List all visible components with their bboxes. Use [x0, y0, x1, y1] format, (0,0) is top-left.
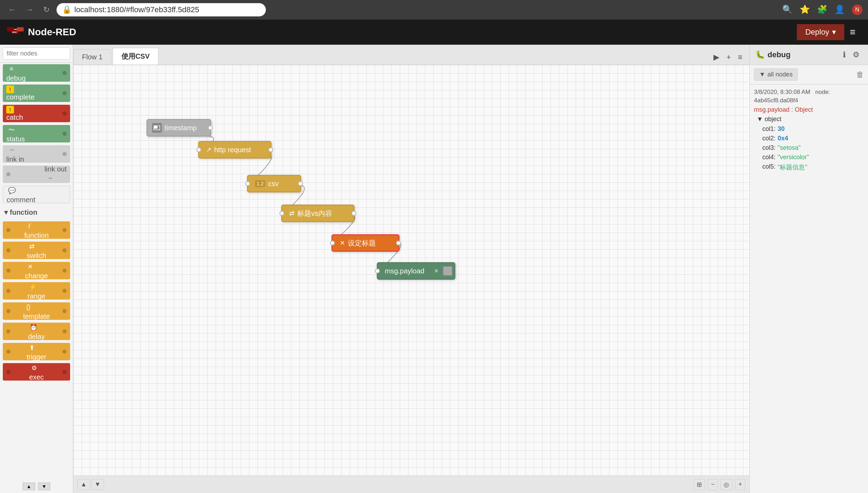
flow-node-title-vs-content[interactable]: ⇄ 标题vs内容 — [281, 205, 354, 222]
change-node-icon: ✕ — [25, 262, 36, 272]
account-icon[interactable]: N — [852, 5, 862, 15]
forward-button[interactable]: → — [23, 4, 36, 16]
function-right-port — [62, 228, 67, 232]
debug-prop-value: "versicolor" — [778, 154, 809, 161]
sidebar-item-status[interactable]: 〜 status — [3, 125, 70, 142]
debug-info-btn[interactable]: ℹ — [840, 49, 848, 61]
trigger-left-port — [6, 349, 10, 354]
sidebar-item-delay[interactable]: ⏰ delay — [3, 323, 70, 340]
deploy-button[interactable]: Deploy ▾ — [797, 24, 844, 40]
browser-icons: 🔍 ⭐ 🧩 👤 N — [782, 5, 862, 15]
nr-logo-svg — [7, 26, 24, 38]
catch-node-label: catch — [6, 113, 23, 121]
sidebar-item-comment[interactable]: 💬 comment — [3, 186, 70, 203]
sidebar-item-catch[interactable]: ! catch — [3, 105, 70, 122]
tab-flow1[interactable]: Flow 1 — [73, 49, 111, 65]
filter-nodes-input[interactable] — [3, 47, 70, 60]
canvas-scroll-up[interactable]: ▲ — [77, 479, 90, 490]
st-right-port — [396, 241, 401, 245]
tab-bar: Flow 1 使用CSV ▶ + ≡ — [73, 45, 749, 65]
address-bar[interactable]: 🔒 localhost:1880/#flow/97eb33ff.5d825 — [57, 3, 266, 16]
debug-prop: col5:"标题信息" — [754, 162, 864, 172]
csv-badge: 1.2 — [255, 180, 265, 187]
sidebar-item-change[interactable]: ✕ change — [3, 262, 70, 279]
http-node-label: http request — [214, 146, 251, 154]
sidebar-scroll-down[interactable]: ▼ — [38, 483, 51, 490]
menu-button[interactable]: ≡ — [844, 27, 861, 38]
range-left-port — [6, 289, 10, 293]
canvas-grid-btn[interactable]: ⊞ — [694, 479, 705, 490]
bookmark-icon[interactable]: ⭐ — [800, 5, 810, 15]
complete-node-icon: ! — [6, 86, 14, 93]
flow-node-timestamp[interactable]: timestamp — [147, 119, 211, 137]
canvas-area[interactable]: timestamp ↗ http request 1.2 csv — [73, 65, 749, 493]
flow-node-csv[interactable]: 1.2 csv — [247, 175, 301, 192]
comment-node-icon: 💬 — [7, 185, 17, 196]
debug-node-id: 4ab45cf8.da08f4 — [754, 97, 864, 104]
change-node-label: change — [25, 272, 48, 280]
st-node-label: 设定标题 — [348, 238, 376, 248]
function-node-label: function — [24, 231, 48, 239]
sidebar-item-complete[interactable]: ! complete — [3, 84, 70, 102]
sidebar-item-link-in[interactable]: → link in — [3, 145, 70, 163]
tab-csv[interactable]: 使用CSV — [113, 48, 158, 65]
main-layout: ≡ debug ! complete ! catch 〜 status — [0, 45, 868, 493]
canvas-zoom-out[interactable]: − — [708, 479, 718, 490]
canvas-zoom-in[interactable]: + — [735, 479, 745, 490]
mp-node-icon: ≡ — [435, 268, 438, 274]
tab-play-button[interactable]: ▶ — [711, 51, 722, 63]
complete-right-port — [62, 91, 67, 95]
function-section-chevron: ▾ — [4, 208, 8, 216]
link-out-left-port — [6, 172, 10, 176]
refresh-button[interactable]: ↻ — [40, 4, 52, 16]
tab-list-button[interactable]: ≡ — [735, 51, 745, 63]
logo-text: Node-RED — [28, 27, 76, 38]
canvas-scroll-down[interactable]: ▼ — [91, 479, 104, 490]
sidebar-item-exec[interactable]: ⚙ exec — [3, 363, 70, 381]
filter-icon: ▼ — [759, 71, 765, 78]
function-section-header[interactable]: ▾ function — [0, 205, 73, 220]
flow-node-http-request[interactable]: ↗ http request — [198, 141, 271, 159]
debug-prop-value: "setosa" — [778, 144, 801, 152]
right-panel-header: 🐛 debug ℹ ⚙ — [750, 45, 868, 65]
debug-panel-icon: 🐛 — [755, 50, 765, 59]
catch-right-port — [62, 111, 67, 116]
delay-node-label: delay — [28, 333, 45, 340]
sidebar-item-range[interactable]: ⚡ range — [3, 282, 70, 300]
tab-add-button[interactable]: + — [724, 51, 734, 63]
profile-icon[interactable]: 👤 — [835, 5, 845, 15]
sidebar-scroll-up[interactable]: ▲ — [23, 483, 35, 490]
scroll-arrows-container: ▲ ▼ — [77, 479, 104, 490]
right-panel: 🐛 debug ℹ ⚙ ▼ all nodes 🗑 3/8/2020, 8:30… — [749, 45, 868, 493]
debug-prop: col4:"versicolor" — [754, 153, 864, 162]
sidebar-item-function[interactable]: ƒ function — [3, 221, 70, 239]
canvas-fit-btn[interactable]: ◎ — [720, 479, 732, 490]
debug-prop-key: col2: — [762, 135, 776, 142]
debug-prop: col1:30 — [754, 124, 864, 134]
extension-icon[interactable]: 🧩 — [817, 5, 828, 15]
mp-toggle[interactable] — [443, 266, 452, 276]
sidebar-item-template[interactable]: {} template — [3, 302, 70, 320]
tvc-node-icon: ⇄ — [289, 209, 294, 217]
flow-node-set-title[interactable]: ✕ 设定标题 — [331, 234, 399, 252]
delay-right-port — [62, 329, 67, 333]
timestamp-node-icon — [152, 123, 162, 133]
back-button[interactable]: ← — [6, 4, 19, 16]
debug-clear-button[interactable]: 🗑 — [856, 70, 864, 79]
sidebar-item-trigger[interactable]: ⬆ trigger — [3, 343, 70, 360]
flow-node-msg-payload[interactable]: msg.payload ≡ — [377, 262, 455, 280]
debug-prop-value: 30 — [778, 125, 785, 133]
status-node-label: status — [6, 135, 25, 143]
sidebar-item-link-out[interactable]: link out → — [3, 165, 70, 183]
debug-object-label: ▼ object — [754, 116, 864, 123]
search-icon[interactable]: 🔍 — [782, 5, 793, 15]
sidebar-item-debug[interactable]: ≡ debug — [3, 64, 70, 82]
link-in-right-port — [62, 152, 67, 156]
change-left-port — [6, 268, 10, 273]
switch-node-icon: ⇄ — [27, 241, 37, 252]
catch-node-icon: ! — [6, 106, 14, 113]
sidebar-item-switch[interactable]: ⇄ switch — [3, 242, 70, 259]
sidebar: ≡ debug ! complete ! catch 〜 status — [0, 45, 73, 493]
debug-settings-btn[interactable]: ⚙ — [850, 49, 862, 61]
debug-filter-button[interactable]: ▼ all nodes — [754, 68, 798, 81]
